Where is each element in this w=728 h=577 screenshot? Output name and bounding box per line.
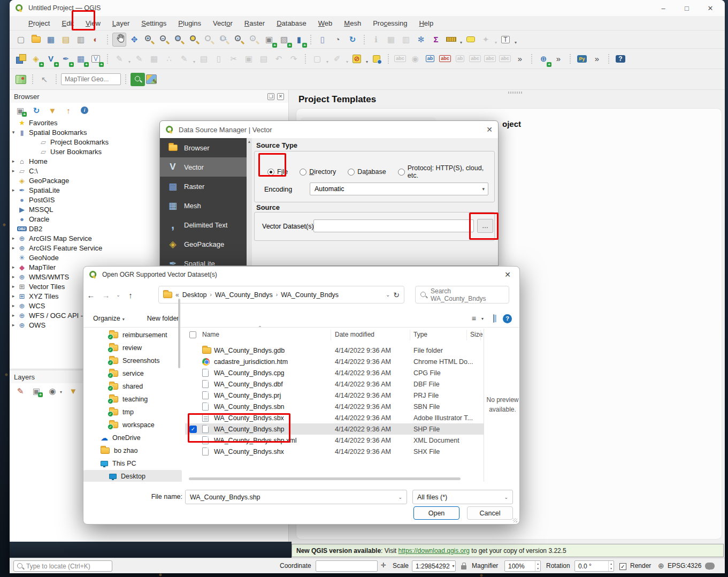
save-layer-edits-icon[interactable]: ▦ — [147, 52, 161, 66]
maptiler-pointer-icon[interactable]: ↖ — [37, 72, 51, 86]
menu-item-help[interactable]: Help — [413, 17, 439, 29]
dataset-input[interactable] — [313, 219, 474, 232]
sidebar-item-this-pc[interactable]: This PC — [83, 457, 182, 470]
layer-diagram-icon[interactable]: ◉ — [408, 52, 422, 66]
extent-icon[interactable]: ✛ — [381, 561, 386, 569]
dsm-tab-spatialite[interactable]: ✒SpatiaLite — [160, 254, 247, 265]
file-row[interactable]: WA_County_Bndys.prj4/14/2022 9:36 AMPRJ … — [185, 390, 484, 401]
project-open-icon[interactable] — [29, 33, 43, 47]
maptiler-panel-icon[interactable] — [14, 72, 28, 86]
zoom-last-icon[interactable]: ‹ — [232, 33, 246, 47]
forward-icon[interactable]: → — [98, 291, 113, 300]
browser-add-layers-icon[interactable]: ▣+ — [15, 105, 26, 116]
select-all-checkbox[interactable] — [189, 331, 196, 338]
breadcrumb-segment[interactable]: WA_County_Bndys — [281, 291, 339, 299]
recent-locations-icon[interactable]: ⌄ — [113, 292, 123, 298]
filter-legend-icon[interactable]: ▼ — [68, 385, 79, 396]
paste-features-icon[interactable]: ▤ — [257, 52, 271, 66]
coordinate-field[interactable] — [316, 560, 378, 572]
run-feature-action-icon[interactable]: ✦▾ — [479, 33, 493, 47]
help-button[interactable]: ? — [503, 314, 512, 323]
measure-line-icon[interactable]: ▾ — [444, 33, 458, 47]
maptiler-edit-icon[interactable] — [146, 74, 157, 84]
delete-selected-icon[interactable]: ▯ — [212, 52, 226, 66]
breadcrumb-dropdown-icon[interactable]: ⌄ — [386, 292, 390, 298]
menu-item-database[interactable]: Database — [271, 17, 312, 29]
sidebar-item-bo-zhao[interactable]: bo zhao — [83, 444, 182, 457]
sidebar-item-teaching[interactable]: teaching — [83, 393, 182, 406]
file-row[interactable]: WA_County_Bndys.dbf4/14/2022 9:36 AMDBF … — [185, 378, 484, 390]
new-map-view-icon[interactable]: ▣+ — [262, 33, 276, 47]
highlight-pinned-labels-icon[interactable]: abc — [438, 52, 452, 66]
file-row[interactable]: WA_County_Bndys.sbn4/14/2022 9:36 AMSBN … — [185, 401, 484, 412]
open-layer-styling-icon[interactable]: ✎ — [15, 385, 26, 396]
messages-icon[interactable] — [705, 563, 715, 571]
browser-refresh-icon[interactable]: ↻ — [31, 105, 42, 116]
move-label-icon[interactable]: abc — [483, 52, 497, 66]
copy-features-icon[interactable]: ▣ — [242, 52, 256, 66]
sidebar-item-review[interactable]: review — [83, 341, 182, 354]
menu-item-web[interactable]: Web — [312, 17, 339, 29]
source-type-radio-database[interactable]: Database — [348, 168, 386, 176]
dsm-tab-geopackage[interactable]: ◈GeoPackage — [160, 234, 247, 254]
browser-properties-icon[interactable]: i — [79, 105, 90, 116]
breadcrumb-segment[interactable]: Desktop — [182, 291, 207, 299]
layer-labeling-icon[interactable]: abc — [393, 52, 407, 66]
close-button[interactable]: ✕ — [706, 4, 715, 12]
add-spatialite-layer-icon[interactable]: ✒+ — [59, 52, 73, 66]
file-row[interactable]: WA_County_Bndys.shx4/14/2022 9:36 AMSHX … — [185, 446, 484, 457]
back-icon[interactable]: ← — [83, 291, 98, 300]
expand-arrow-icon[interactable]: ▸ — [10, 322, 17, 328]
vertex-tool-icon[interactable]: ✎▾ — [177, 52, 191, 66]
toolbar-overflow-web-icon[interactable]: » — [551, 52, 565, 66]
show-layout-manager-icon[interactable]: ▥ — [74, 33, 88, 47]
file-name-input[interactable]: WA_County_Bndys.shp⌄ — [185, 490, 407, 504]
sidebar-item-shared[interactable]: shared — [83, 380, 182, 393]
file-type-filter[interactable]: All files (*)⌄ — [412, 490, 513, 504]
zoom-out-icon[interactable]: − — [157, 33, 171, 47]
add-record-icon[interactable]: ∴ — [162, 52, 176, 66]
add-geopackage-layer-icon[interactable]: ◈+ — [29, 52, 43, 66]
add-vector-layer-icon[interactable]: V+ — [44, 52, 58, 66]
menu-item-settings[interactable]: Settings — [135, 17, 172, 29]
expand-arrow-icon[interactable]: ▾ — [10, 130, 17, 135]
column-name[interactable]: Name — [202, 331, 219, 338]
maptiler-search-button[interactable] — [131, 73, 145, 86]
current-edits-icon[interactable]: ✎▾ — [112, 52, 126, 66]
sidebar-item-screenshots[interactable]: Screenshots — [83, 354, 182, 367]
file-row[interactable]: WA_County_Bndys.gdb4/14/2022 9:36 AMFile… — [185, 345, 484, 356]
minimize-button[interactable]: – — [658, 4, 668, 12]
column-type[interactable]: Type — [413, 331, 427, 338]
redo-icon[interactable]: ↷ — [287, 52, 301, 66]
refresh-icon[interactable]: ↻ — [393, 291, 400, 299]
manage-map-themes-icon[interactable]: ◉▾ — [47, 385, 58, 396]
help-contents-icon[interactable]: ? — [614, 52, 627, 66]
render-checkbox[interactable]: ✓ — [619, 563, 626, 570]
dsm-tab-vector[interactable]: VVector — [160, 157, 247, 177]
new-3d-map-view-icon[interactable]: ▧+ — [277, 33, 291, 47]
browser-filter-icon[interactable]: ▼ — [47, 105, 58, 116]
expand-arrow-icon[interactable]: ▸ — [10, 187, 17, 193]
dsm-tab-mesh[interactable]: ▦Mesh — [160, 196, 247, 215]
resize-grip[interactable] — [513, 518, 517, 522]
encoding-combo[interactable]: Automatic ▾ — [310, 183, 488, 195]
project-save-icon[interactable]: ▦ — [44, 33, 58, 47]
expand-arrow-icon[interactable]: ▸ — [10, 158, 17, 164]
zoom-native-icon[interactable]: 1:1 — [217, 33, 231, 47]
expand-arrow-icon[interactable]: ▸ — [10, 274, 17, 279]
expand-arrow-icon[interactable]: ▸ — [10, 293, 17, 299]
panel-float-icon[interactable]: ❏ — [267, 93, 274, 100]
select-by-form-icon[interactable]: ✐▾ — [330, 52, 344, 66]
bookmark-manager-icon[interactable]: ▯ — [316, 33, 329, 47]
new-print-layout-icon[interactable]: ▤ — [59, 33, 73, 47]
expand-arrow-icon[interactable]: ▸ — [10, 245, 17, 250]
sidebar-item-service[interactable]: service — [83, 367, 182, 380]
toggle-editing-icon[interactable]: ✎ — [132, 52, 146, 66]
select-by-location-icon[interactable] — [370, 52, 384, 66]
column-date[interactable]: Date modified — [335, 331, 374, 338]
add-mesh-layer-icon[interactable]: ▦+ — [74, 52, 88, 66]
menu-item-mesh[interactable]: Mesh — [338, 17, 367, 29]
expand-arrow-icon[interactable]: ▸ — [10, 303, 17, 308]
rotate-label-icon[interactable]: abc — [498, 52, 512, 66]
toolbar-overflow-labels-icon[interactable]: » — [513, 52, 527, 66]
